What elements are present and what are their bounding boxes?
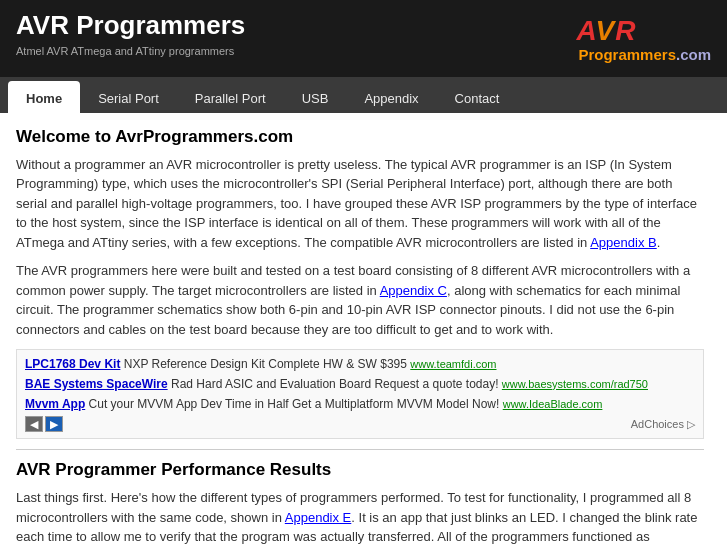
nav-usb[interactable]: USB bbox=[284, 81, 347, 117]
avr-logo: AVR Programmers.com bbox=[576, 15, 711, 64]
appendix-b-link[interactable]: Appendix B bbox=[590, 235, 657, 250]
appendix-e-link[interactable]: Appendix E bbox=[285, 510, 352, 525]
results-para: Last things first. Here's how the differ… bbox=[16, 488, 704, 545]
ad-title-3[interactable]: Mvvm App bbox=[25, 397, 85, 411]
ad-desc-3: Cut your MVVM App Dev Time in Half Get a… bbox=[89, 397, 503, 411]
ad-url-1[interactable]: www.teamfdi.com bbox=[410, 358, 496, 370]
ad-url-3[interactable]: www.IdeaBlade.com bbox=[503, 398, 603, 410]
site-subtitle: Atmel AVR ATmega and ATtiny programmers bbox=[16, 43, 245, 60]
header-left: AVR Programmers Atmel AVR ATmega and ATt… bbox=[16, 10, 245, 69]
avr-logo-text: AVR bbox=[576, 15, 711, 47]
results-heading: AVR Programmer Performance Results bbox=[16, 460, 704, 480]
ad-row-2: BAE Systems SpaceWire Rad Hard ASIC and … bbox=[25, 376, 695, 393]
nav-appendix[interactable]: Appendix bbox=[346, 81, 436, 117]
ad-title-1[interactable]: LPC1768 Dev Kit bbox=[25, 357, 120, 371]
prog-highlight: Programmers bbox=[578, 46, 676, 63]
ad-url-2[interactable]: www.baesystems.com/rad750 bbox=[502, 378, 648, 390]
ad-title-2[interactable]: BAE Systems SpaceWire bbox=[25, 377, 168, 391]
welcome-heading: Welcome to AvrProgrammers.com bbox=[16, 127, 704, 147]
intro-para2: The AVR programmers here were built and … bbox=[16, 261, 704, 339]
nav-parallel-port[interactable]: Parallel Port bbox=[177, 81, 284, 117]
site-header: AVR Programmers Atmel AVR ATmega and ATt… bbox=[0, 0, 727, 77]
nav-serial-port[interactable]: Serial Port bbox=[80, 81, 177, 117]
ad-block: LPC1768 Dev Kit NXP Reference Design Kit… bbox=[16, 349, 704, 439]
main-nav: Home Serial Port Parallel Port USB Appen… bbox=[0, 77, 727, 113]
ad-next-button[interactable]: ▶ bbox=[45, 416, 63, 432]
ad-prev-button[interactable]: ◀ bbox=[25, 416, 43, 432]
main-content: Welcome to AvrProgrammers.com Without a … bbox=[0, 113, 720, 546]
programmers-logo-text: Programmers.com bbox=[578, 47, 711, 64]
prog-com: .com bbox=[676, 46, 711, 63]
section-divider bbox=[16, 449, 704, 450]
ad-row-1: LPC1768 Dev Kit NXP Reference Design Kit… bbox=[25, 356, 695, 373]
site-title: AVR Programmers bbox=[16, 10, 245, 41]
ad-row-3: Mvvm App Cut your MVVM App Dev Time in H… bbox=[25, 396, 695, 413]
nav-contact[interactable]: Contact bbox=[437, 81, 518, 117]
ad-arrows: ◀ ▶ bbox=[25, 416, 63, 432]
nav-home[interactable]: Home bbox=[8, 81, 80, 117]
avr-letter-v: V bbox=[596, 15, 616, 46]
intro-para1: Without a programmer an AVR microcontrol… bbox=[16, 155, 704, 253]
logo-area: AVR Programmers.com bbox=[576, 15, 711, 64]
ad-desc-2: Rad Hard ASIC and Evaluation Board Reque… bbox=[171, 377, 502, 391]
avr-letter-a: A bbox=[576, 15, 595, 46]
avr-letter-r: R bbox=[615, 15, 636, 46]
ad-nav-row: ◀ ▶ AdChoices ▷ bbox=[25, 416, 695, 432]
appendix-c-link[interactable]: Appendix C bbox=[380, 283, 447, 298]
ad-choices-label: AdChoices ▷ bbox=[631, 418, 695, 431]
ad-desc-1: NXP Reference Design Kit Complete HW & S… bbox=[124, 357, 411, 371]
